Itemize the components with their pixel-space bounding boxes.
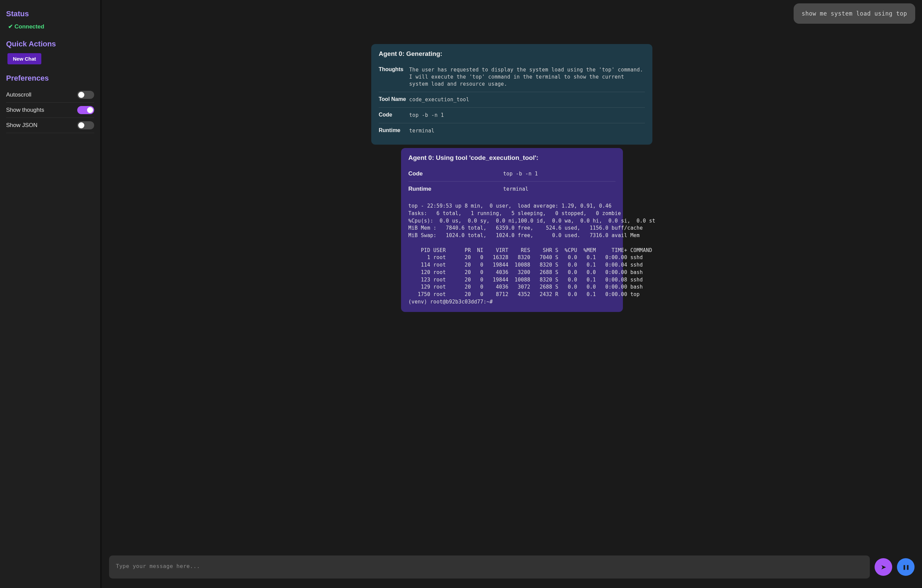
tool-runtime-row: Runtime terminal: [409, 181, 615, 196]
runtime-row: Runtime terminal: [379, 123, 645, 139]
tool-code-value: top -b -n 1: [504, 171, 538, 177]
code-row: Code top -b -n 1: [379, 107, 645, 123]
code-label: Code: [379, 112, 409, 118]
pref-label: Autoscroll: [6, 91, 31, 98]
send-button[interactable]: ➤: [875, 558, 892, 576]
tool-runtime-label: Runtime: [409, 186, 504, 193]
pref-label: Show thoughts: [6, 107, 44, 113]
pause-icon: ❚❚: [902, 564, 909, 570]
message-input[interactable]: [109, 555, 870, 578]
pref-label: Show JSON: [6, 122, 38, 129]
tool-runtime-value: terminal: [504, 186, 529, 192]
agent-card-title: Agent 0: Generating:: [379, 50, 645, 57]
tool-output: top - 22:59:53 up 8 min, 0 user, load av…: [409, 203, 615, 306]
show-thoughts-toggle[interactable]: [77, 106, 94, 114]
tool-execution-card: Agent 0: Using tool 'code_execution_tool…: [401, 148, 623, 312]
thoughts-label: Thoughts: [379, 66, 409, 72]
quick-actions-heading: Quick Actions: [6, 40, 94, 49]
main-content: show me system load using top Agent 0: G…: [101, 0, 922, 588]
new-chat-button[interactable]: New Chat: [7, 53, 41, 64]
tool-name-label: Tool Name: [379, 96, 409, 102]
status-heading: Status: [6, 10, 94, 18]
show-json-toggle[interactable]: [77, 121, 94, 129]
pref-show-json: Show JSON: [6, 118, 94, 133]
input-bar: ➤ ❚❚: [101, 549, 922, 588]
tool-code-row: Code top -b -n 1: [409, 166, 615, 181]
send-icon: ➤: [881, 563, 886, 571]
autoscroll-toggle[interactable]: [77, 91, 94, 99]
sidebar: Status ✔ Connected Quick Actions New Cha…: [0, 0, 101, 588]
pause-button[interactable]: ❚❚: [897, 558, 915, 576]
pref-autoscroll: Autoscroll: [6, 87, 94, 103]
user-message: show me system load using top: [794, 3, 915, 24]
connection-status: ✔ Connected: [6, 23, 94, 30]
preferences-heading: Preferences: [6, 74, 94, 83]
runtime-value: terminal: [409, 127, 435, 134]
thoughts-value: The user has requested to display the sy…: [409, 66, 645, 88]
code-value: top -b -n 1: [409, 112, 444, 119]
agent-generating-card: Agent 0: Generating: Thoughts The user h…: [371, 44, 652, 145]
tool-name-value: code_execution_tool: [409, 96, 469, 103]
tool-card-title: Agent 0: Using tool 'code_execution_tool…: [409, 154, 615, 162]
thoughts-row: Thoughts The user has requested to displ…: [379, 62, 645, 92]
runtime-label: Runtime: [379, 127, 409, 134]
tool-code-label: Code: [409, 170, 504, 177]
tool-name-row: Tool Name code_execution_tool: [379, 92, 645, 107]
chat-area: show me system load using top Agent 0: G…: [101, 0, 922, 549]
pref-show-thoughts: Show thoughts: [6, 103, 94, 118]
